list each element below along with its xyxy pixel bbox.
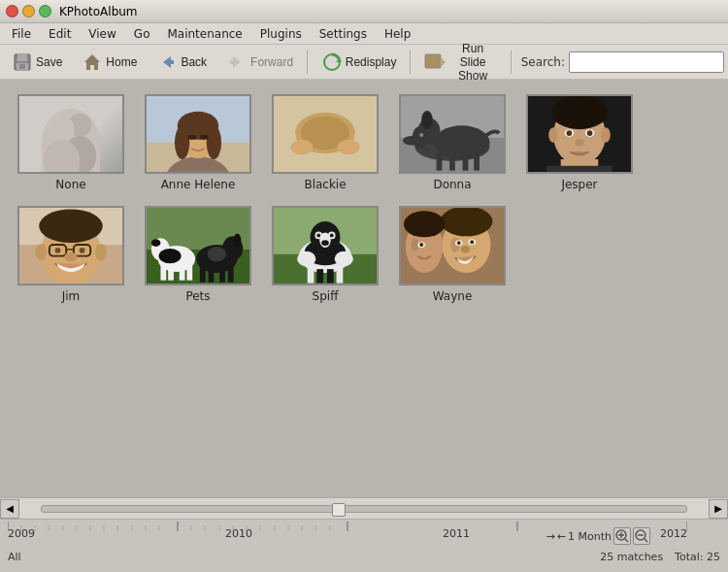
svg-rect-76 [160,263,166,280]
svg-point-103 [330,233,334,237]
svg-rect-84 [200,265,206,282]
svg-rect-44 [474,151,480,170]
photo-item-jim[interactable]: Jim [17,206,124,303]
close-button[interactable] [6,5,18,17]
photo-item-jesper[interactable]: Jesper [526,94,633,191]
forward-button[interactable]: Forward [218,49,301,76]
matches-label: 25 matches [600,551,663,563]
svg-rect-86 [219,267,225,282]
photo-item-pets[interactable]: Pets [145,206,251,303]
photo-label-none: None [55,178,85,191]
photo-item-wayne[interactable]: Wayne [399,206,506,303]
svg-rect-108 [337,268,344,283]
svg-rect-77 [168,265,174,280]
menubar: File Edit View Go Maintenance Plugins Se… [0,23,728,45]
svg-point-31 [290,140,313,154]
scroll-right-button[interactable]: ▶ [709,499,728,519]
svg-rect-6 [171,60,174,64]
svg-point-45 [419,133,423,137]
menu-file[interactable]: File [4,25,39,43]
menu-go[interactable]: Go [126,25,158,43]
photo-item-anne-helene[interactable]: Anne Helene [145,94,251,191]
photo-grid: None [0,80,728,497]
photo-label-spiff: Spiff [313,289,339,303]
menu-plugins[interactable]: Plugins [252,25,310,43]
svg-rect-42 [449,153,455,170]
toolbar: Save Home Back Forward [0,45,728,80]
photo-label-pets: Pets [185,289,210,303]
svg-point-120 [404,211,445,237]
menu-help[interactable]: Help [377,25,418,43]
menu-view[interactable]: View [81,25,123,43]
photo-label-jim: Jim [62,289,81,303]
svg-point-51 [601,127,611,142]
photo-thumb-anne-helene [145,94,251,174]
photo-thumb-donna [399,94,506,174]
run-slideshow-label: Run Slide Show [448,42,497,83]
save-button[interactable]: Save [4,49,70,76]
svg-point-64 [95,244,107,260]
svg-rect-78 [180,265,185,280]
slideshow-icon [424,51,446,73]
svg-point-118 [461,246,471,253]
svg-rect-71 [57,281,85,286]
svg-point-104 [321,240,329,246]
svg-line-129 [645,539,647,542]
photo-item-blackie[interactable]: Blackie [272,94,379,191]
total-label: Total: 25 [675,551,720,563]
svg-point-96 [297,252,315,266]
run-slideshow-button[interactable]: Run Slide Show [416,39,505,85]
svg-point-38 [403,136,421,146]
search-input[interactable] [569,51,724,73]
photo-thumb-none [17,94,124,174]
timeline-ticks [8,522,687,533]
svg-rect-85 [209,267,215,282]
scroll-left-button[interactable]: ◀ [0,499,19,519]
save-icon [12,51,33,73]
home-button[interactable]: Home [74,49,145,76]
svg-point-22 [175,125,189,159]
photo-thumb-wayne [399,206,506,286]
photo-thumb-spiff [272,206,379,286]
svg-point-15 [50,116,75,141]
forward-label: Forward [250,55,293,69]
timeline-scrollbar[interactable]: ◀ ▶ [0,498,728,520]
svg-rect-3 [19,64,25,69]
svg-point-68 [55,248,61,253]
separator-3 [511,50,512,74]
minimize-button[interactable] [22,5,35,17]
timeline-thumb[interactable] [332,503,346,517]
back-button[interactable]: Back [149,49,215,76]
svg-point-81 [151,239,161,247]
svg-point-89 [234,233,242,246]
menu-maintenance[interactable]: Maintenance [159,25,249,43]
svg-line-125 [625,539,628,542]
redisplay-button[interactable]: Redisplay [314,49,405,76]
svg-point-69 [80,248,85,253]
back-label: Back [181,55,207,69]
separator-2 [410,50,411,74]
menu-edit[interactable]: Edit [41,25,79,43]
svg-rect-1 [17,54,27,61]
redisplay-label: Redisplay [346,55,397,69]
svg-rect-107 [327,269,334,283]
photo-item-spiff[interactable]: Spiff [272,206,379,303]
photo-label-blackie: Blackie [304,178,346,191]
photo-label-donna: Donna [433,178,471,191]
menu-settings[interactable]: Settings [312,25,375,43]
maximize-button[interactable] [39,5,51,17]
titlebar: KPhotoAlbum [0,0,728,23]
back-icon [156,51,178,73]
photo-item-donna[interactable]: Donna [399,94,506,191]
svg-rect-11 [425,54,441,68]
photo-label-anne-helene: Anne Helene [161,178,236,191]
svg-rect-106 [316,269,323,283]
svg-rect-87 [228,265,234,282]
svg-point-70 [64,252,77,262]
photo-item-none[interactable]: None [17,94,124,191]
window-controls[interactable] [6,5,51,17]
search-label: Search: [521,55,565,69]
home-icon [82,51,103,73]
timeline-container: ◀ ▶ 2009 2010 2011 2012 → ← 1 Month [0,497,728,546]
timeline-track[interactable] [41,505,687,513]
